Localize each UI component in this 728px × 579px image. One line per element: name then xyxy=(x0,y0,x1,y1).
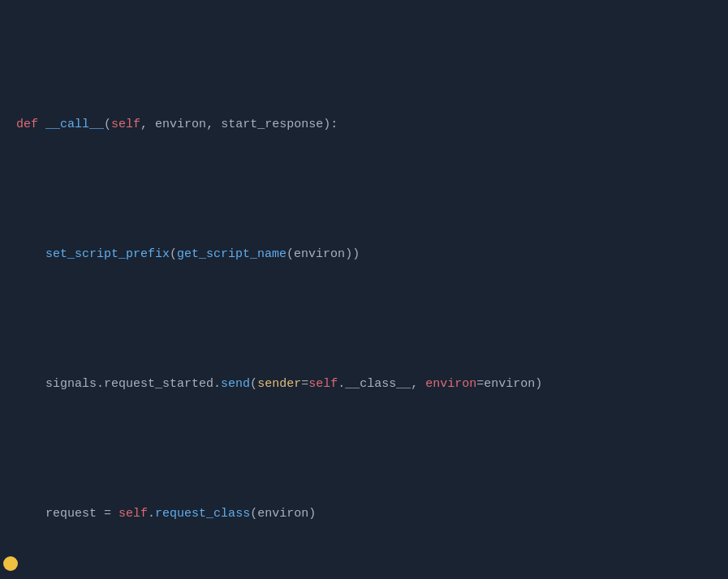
code-line-3: signals.request_started.send(sender=self… xyxy=(0,371,728,397)
status-indicator xyxy=(3,556,18,571)
code-line-2: set_script_prefix(get_script_name(enviro… xyxy=(0,242,728,268)
code-line-4: request = self.request_class(environ) xyxy=(0,501,728,527)
code-editor: def __call__(self, environ, start_respon… xyxy=(0,0,728,579)
code-line-1: def __call__(self, environ, start_respon… xyxy=(0,112,728,138)
